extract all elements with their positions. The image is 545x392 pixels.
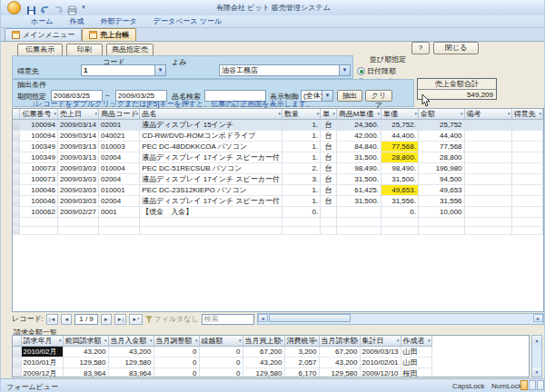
- cell[interactable]: [464, 185, 511, 196]
- cell[interactable]: 6,170: [284, 368, 319, 378]
- empty-cell[interactable]: [464, 218, 511, 227]
- cell[interactable]: 31,556.: [381, 196, 418, 207]
- cell[interactable]: 31,556: [418, 196, 464, 207]
- cell[interactable]: [464, 207, 511, 218]
- cell[interactable]: 桜田: [401, 368, 431, 378]
- cell[interactable]: [511, 185, 542, 196]
- column-sort-icon[interactable]: ▾: [150, 338, 153, 343]
- cell[interactable]: 0: [154, 358, 199, 368]
- column-sort-icon[interactable]: ▾: [136, 111, 139, 116]
- cell[interactable]: 2009/03/03: [57, 174, 98, 185]
- slip-view-button[interactable]: 伝票表示: [17, 44, 63, 56]
- empty-cell[interactable]: [321, 218, 337, 227]
- cell[interactable]: [464, 120, 511, 131]
- column-sort-icon[interactable]: ▾: [239, 338, 242, 343]
- cell[interactable]: 1.: [282, 142, 320, 152]
- scroll-left-icon[interactable]: ◄: [258, 314, 268, 322]
- cell[interactable]: 010004: [98, 163, 139, 174]
- cell[interactable]: 02004: [98, 174, 139, 185]
- print-button[interactable]: 印刷: [66, 44, 103, 56]
- cell[interactable]: 43,200: [243, 358, 284, 368]
- column-sort-icon[interactable]: ▾: [414, 111, 417, 116]
- cell[interactable]: 010001: [98, 185, 139, 196]
- cell[interactable]: 49,653.: [381, 185, 418, 196]
- cell[interactable]: [511, 152, 542, 163]
- column-sort-icon[interactable]: ▾: [315, 338, 318, 343]
- design-view-button[interactable]: [537, 380, 544, 390]
- ribbon-tab-home[interactable]: ホーム: [23, 15, 61, 27]
- cell[interactable]: 台: [321, 174, 337, 185]
- cell[interactable]: 2009/12/10: [360, 368, 401, 378]
- scroll-right-icon[interactable]: ►: [533, 314, 543, 322]
- cell[interactable]: CD-RW/DVD-ROMコンボドライブ: [140, 131, 282, 142]
- column-header[interactable]: 金額▾: [418, 109, 464, 120]
- cell[interactable]: 台: [321, 196, 337, 207]
- column-sort-icon[interactable]: ▾: [317, 111, 320, 116]
- empty-cell[interactable]: [336, 226, 381, 235]
- cell[interactable]: 100046: [20, 185, 58, 196]
- column-header[interactable]: 数量▾: [282, 109, 320, 120]
- column-sort-icon[interactable]: ▾: [195, 338, 198, 343]
- record-selector[interactable]: [13, 131, 20, 142]
- cell[interactable]: 台: [321, 185, 337, 196]
- column-sort-icon[interactable]: ▾: [59, 338, 62, 343]
- column-sort-icon[interactable]: ▾: [332, 111, 335, 116]
- cell[interactable]: 0: [199, 358, 243, 368]
- form-view-button[interactable]: [520, 380, 528, 390]
- cell[interactable]: 100073: [20, 163, 58, 174]
- record-selector[interactable]: [13, 174, 20, 185]
- cell[interactable]: 0.: [381, 207, 418, 218]
- cell[interactable]: 0: [154, 368, 199, 378]
- column-header[interactable]: 単▾: [321, 109, 337, 120]
- cell[interactable]: 1.: [282, 185, 320, 196]
- cell[interactable]: 液晶ディスプレイ 15インチ: [140, 120, 282, 131]
- scroll-down-icon[interactable]: ▼: [532, 368, 541, 377]
- empty-cell[interactable]: [282, 226, 320, 235]
- cell[interactable]: 2010/01月: [21, 358, 63, 368]
- cell[interactable]: 25,752.: [381, 120, 418, 131]
- billing-vertical-scrollbar[interactable]: ▲ ▼: [531, 335, 542, 377]
- cell[interactable]: 2009/03/13: [57, 142, 98, 152]
- empty-cell[interactable]: [464, 226, 511, 235]
- record-selector[interactable]: [13, 196, 20, 207]
- cell[interactable]: [464, 131, 511, 142]
- select-all-cell[interactable]: [13, 109, 20, 120]
- cell[interactable]: 02004: [98, 196, 139, 207]
- cell[interactable]: 2.: [282, 163, 320, 174]
- next-record-button[interactable]: ►: [101, 314, 112, 325]
- cell[interactable]: 100349: [20, 152, 58, 163]
- cell[interactable]: 山田: [401, 347, 431, 358]
- cell[interactable]: [464, 152, 511, 163]
- cell[interactable]: 43,200: [319, 358, 360, 368]
- record-selector[interactable]: [13, 347, 21, 358]
- empty-cell[interactable]: [511, 218, 542, 227]
- cell[interactable]: 2009/02/27: [57, 207, 98, 218]
- cell[interactable]: 1.: [282, 152, 320, 163]
- cell[interactable]: 31,500.: [381, 174, 418, 185]
- cell[interactable]: 61,425.: [336, 185, 381, 196]
- cell[interactable]: 3,200: [284, 347, 319, 358]
- column-header[interactable]: 集計日▾: [360, 336, 401, 347]
- column-sort-icon[interactable]: ▾: [508, 111, 510, 116]
- record-selector[interactable]: [13, 226, 20, 235]
- cell[interactable]: 010003: [98, 142, 139, 152]
- column-header[interactable]: 当月調整額▾: [154, 336, 199, 347]
- cell[interactable]: 1.: [282, 196, 320, 207]
- first-record-button[interactable]: |◄: [46, 314, 59, 325]
- cell[interactable]: 2009/03/03: [57, 196, 98, 207]
- tab-sales-ledger[interactable]: 売上台帳: [82, 28, 136, 41]
- cell[interactable]: 10,000: [418, 207, 464, 218]
- cell[interactable]: 台: [321, 131, 337, 142]
- cell[interactable]: 31,500.: [336, 152, 381, 163]
- cell[interactable]: 2009/03/14: [57, 120, 98, 131]
- cell[interactable]: PEC DC-23S12KIEPO パソコン: [140, 185, 282, 196]
- empty-cell[interactable]: [140, 226, 282, 235]
- column-sort-icon[interactable]: ▾: [94, 111, 97, 116]
- search-input[interactable]: 検索: [202, 314, 254, 325]
- cell[interactable]: 液晶ディスプレイ 17インチ スピーカー付: [140, 174, 282, 185]
- customer-code-combo[interactable]: 1 ▼: [81, 64, 166, 76]
- cell[interactable]: 100094: [20, 131, 58, 142]
- help-button[interactable]: ?: [411, 42, 430, 54]
- cell[interactable]: 84,840.: [336, 142, 381, 152]
- cell[interactable]: [321, 207, 337, 218]
